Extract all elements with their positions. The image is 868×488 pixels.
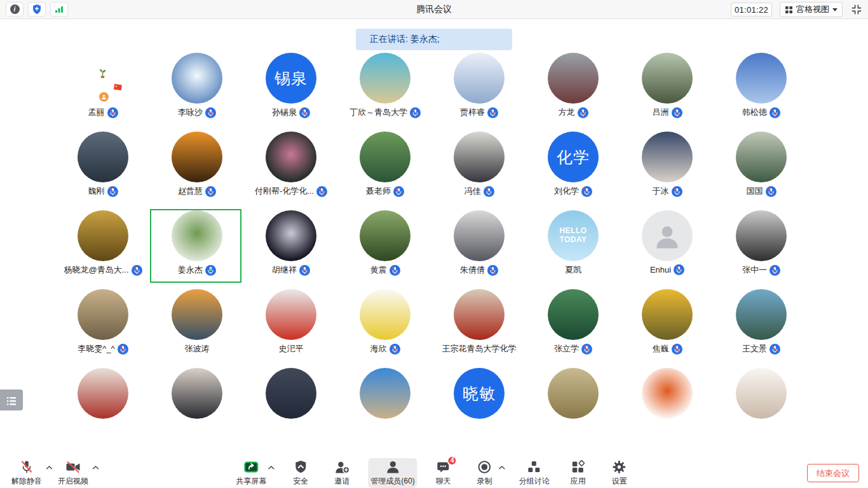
exit-fullscreen-button[interactable]: [850, 3, 863, 16]
participant-tile[interactable]: HELLOTODAY夏凯: [526, 210, 620, 289]
network-signal-button[interactable]: [50, 2, 68, 17]
participant-tile[interactable]: 国国: [714, 132, 808, 210]
participant-tile[interactable]: 黄震: [338, 210, 432, 289]
participant-tile[interactable]: [244, 368, 338, 419]
participant-tile[interactable]: [338, 368, 432, 419]
participant-tile[interactable]: 朱倩倩: [432, 210, 526, 289]
participant-tile[interactable]: 冯佳: [432, 132, 526, 210]
settings-gear-icon: [612, 459, 627, 475]
security-button[interactable]: 安全: [285, 458, 316, 488]
participant-tile[interactable]: 付刚帮-化学化...: [244, 132, 338, 210]
participant-tile[interactable]: 韩松德: [714, 53, 808, 132]
manage-members-label: 管理成员(60): [370, 476, 414, 487]
participant-tile[interactable]: 于冰: [620, 132, 714, 210]
mic-muted-icon: [316, 186, 327, 197]
mic-muted-icon: [770, 107, 780, 118]
participant-tile[interactable]: 贾梓睿: [432, 53, 526, 132]
participant-avatar: [736, 53, 787, 104]
participant-avatar: [642, 53, 693, 104]
apps-button[interactable]: 应用: [563, 458, 593, 488]
participant-tile[interactable]: 海欣: [338, 289, 432, 368]
video-options-chevron[interactable]: [92, 465, 99, 470]
settings-button[interactable]: 设置: [604, 458, 635, 488]
record-options-chevron[interactable]: [499, 465, 506, 470]
mic-muted-icon: [672, 344, 682, 355]
participant-tile[interactable]: [150, 368, 244, 419]
participant-tile[interactable]: 李晓雯^_^: [56, 289, 150, 368]
participant-tile[interactable]: 杨晓龙@青岛大...: [56, 210, 150, 289]
participant-tile[interactable]: Enhui: [620, 210, 714, 289]
participant-tile[interactable]: 史汜平: [244, 289, 338, 368]
meeting-window: i 腾讯会议 01:01:22 宫格视图: [0, 0, 868, 488]
start-video-button[interactable]: 开启视频: [55, 458, 91, 488]
participant-avatar: [548, 53, 599, 104]
audio-options-chevron[interactable]: [46, 465, 53, 470]
participant-tile[interactable]: 吕洲: [620, 53, 714, 132]
participant-tile[interactable]: [526, 368, 620, 419]
participant-avatar: [172, 53, 222, 104]
participant-tile[interactable]: 化学刘化学: [526, 132, 620, 210]
share-screen-button[interactable]: 共享屏幕: [233, 458, 269, 488]
mic-muted-icon: [132, 265, 142, 276]
shield-plus-icon: [32, 4, 42, 15]
view-selector[interactable]: 宫格视图: [780, 2, 843, 17]
apps-blocks-icon: [571, 459, 586, 475]
unmute-label: 解除静音: [11, 476, 42, 487]
participant-name: 丁欣～青岛大学: [349, 107, 407, 118]
participant-tile[interactable]: 王宗花青岛大学化学: [432, 289, 526, 368]
participant-avatar: [266, 132, 316, 182]
security-shield-icon: [294, 459, 308, 475]
participant-tile[interactable]: 胡继祥: [244, 210, 338, 289]
participant-tile[interactable]: 张波涛: [150, 289, 244, 368]
unmute-button[interactable]: 解除静音: [9, 458, 44, 488]
invite-button[interactable]: 邀请: [327, 458, 357, 488]
participant-tile[interactable]: 王文景: [714, 289, 808, 368]
mic-muted-icon: [205, 107, 216, 118]
participant-avatar: [78, 289, 128, 340]
participant-tile[interactable]: [714, 368, 808, 419]
record-button[interactable]: 录制: [470, 458, 500, 488]
participant-avatar: [736, 368, 787, 419]
security-level-button[interactable]: [28, 2, 46, 17]
participant-avatar: [360, 53, 410, 104]
share-options-chevron[interactable]: [268, 465, 275, 470]
participant-tile[interactable]: 丁欣～青岛大学: [338, 53, 432, 132]
participant-tile[interactable]: 张立学: [526, 289, 620, 368]
end-meeting-button[interactable]: 结束会议: [807, 464, 859, 482]
mic-muted-icon: [19, 459, 34, 475]
manage-members-button[interactable]: 管理成员(60): [368, 458, 417, 488]
chevron-down-icon: [832, 8, 837, 11]
participant-tile[interactable]: 聂老师: [338, 132, 432, 210]
participant-name: 王宗花青岛大学化学: [442, 343, 517, 355]
participant-name: 贾梓睿: [460, 107, 485, 118]
participant-avatar: [266, 368, 316, 419]
person-badge-icon: [99, 92, 109, 102]
participant-tile[interactable]: 张中一: [714, 210, 808, 289]
invite-label: 邀请: [334, 476, 349, 487]
breakout-rooms-button[interactable]: 分组讨论: [517, 458, 552, 488]
participant-name: 方龙: [559, 107, 575, 118]
participant-tile[interactable]: 孟丽: [56, 53, 150, 132]
participant-tile[interactable]: 锡泉孙锡泉: [244, 53, 338, 132]
participant-tile[interactable]: [620, 368, 714, 419]
participant-avatar: [266, 289, 316, 340]
participant-tile[interactable]: 晓敏: [432, 368, 526, 419]
breakout-rooms-label: 分组讨论: [519, 476, 550, 487]
participant-avatar: [78, 132, 128, 182]
participant-tile[interactable]: 焦巍: [620, 289, 714, 368]
settings-label: 设置: [612, 476, 627, 487]
participant-name: 夏凯: [565, 264, 581, 276]
mic-muted-icon: [578, 107, 588, 118]
meeting-info-button[interactable]: i: [6, 2, 24, 17]
participant-avatar: [454, 53, 505, 104]
participant-tile[interactable]: 姜永杰: [150, 210, 244, 289]
participant-avatar: [360, 368, 410, 419]
participant-tile[interactable]: 方龙: [526, 53, 620, 132]
participant-tile[interactable]: 魏刚: [56, 132, 150, 210]
member-list-toggle-button[interactable]: [0, 390, 23, 410]
participant-tile[interactable]: [56, 368, 150, 419]
participant-avatar: [172, 210, 222, 261]
chat-button[interactable]: 4 聊天: [428, 458, 459, 488]
participant-tile[interactable]: 李咏沙: [150, 53, 244, 132]
participant-tile[interactable]: 赵昔慧: [150, 132, 244, 210]
